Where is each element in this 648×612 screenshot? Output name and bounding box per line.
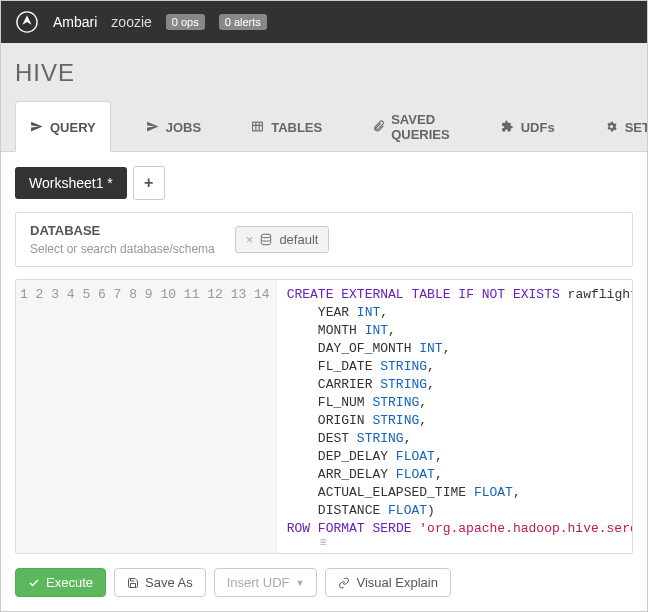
check-icon [28, 577, 40, 589]
page-header: HIVE QUERYJOBSTABLESSAVED QUERIESUDFsSET… [1, 43, 647, 152]
tab-label: JOBS [166, 120, 201, 135]
content-area: Worksheet1 * + DATABASE Select or search… [1, 152, 647, 611]
worksheet-tabs: Worksheet1 * + [15, 166, 633, 200]
visual-explain-button[interactable]: Visual Explain [325, 568, 450, 597]
send-icon [30, 120, 44, 134]
sql-editor[interactable]: 1 2 3 4 5 6 7 8 9 10 11 12 13 14 CREATE … [15, 279, 633, 554]
tab-jobs[interactable]: JOBS [131, 101, 216, 152]
alerts-badge[interactable]: 0 alerts [219, 14, 267, 30]
svg-point-5 [262, 234, 271, 238]
puzzle-icon [501, 120, 515, 134]
editor-toolbar: Execute Save As Insert UDF ▼ Visual Expl… [15, 554, 633, 597]
top-navbar: Ambari zoozie 0 ops 0 alerts [1, 1, 647, 43]
save-as-label: Save As [145, 575, 193, 590]
tab-udfs[interactable]: UDFs [486, 101, 570, 152]
close-icon[interactable]: × [246, 232, 254, 247]
editor-code[interactable]: CREATE EXTERNAL TABLE IF NOT EXISTS rawf… [277, 280, 632, 553]
send-icon [146, 120, 160, 134]
database-subtitle[interactable]: Select or search database/schema [30, 242, 215, 256]
add-worksheet-button[interactable]: + [133, 166, 165, 200]
editor-gutter: 1 2 3 4 5 6 7 8 9 10 11 12 13 14 [16, 280, 277, 553]
database-selected-tag[interactable]: × default [235, 226, 330, 253]
gear-icon [605, 120, 619, 134]
nav-tabs: QUERYJOBSTABLESSAVED QUERIESUDFsSETTINGS [15, 101, 633, 151]
execute-button[interactable]: Execute [15, 568, 106, 597]
ambari-logo-icon [15, 10, 39, 34]
worksheet-tab-active[interactable]: Worksheet1 * [15, 167, 127, 199]
nav-brand[interactable]: Ambari [53, 14, 97, 30]
table-icon [251, 120, 265, 134]
execute-label: Execute [46, 575, 93, 590]
database-panel: DATABASE Select or search database/schem… [15, 212, 633, 267]
insert-udf-label: Insert UDF [227, 575, 290, 590]
page-title: HIVE [15, 59, 633, 87]
tab-label: QUERY [50, 120, 96, 135]
svg-rect-1 [253, 122, 263, 131]
database-title: DATABASE [30, 223, 215, 238]
tab-tables[interactable]: TABLES [236, 101, 337, 152]
insert-udf-button[interactable]: Insert UDF ▼ [214, 568, 318, 597]
database-icon [259, 233, 273, 247]
link-icon [338, 577, 350, 589]
tab-saved-queries[interactable]: SAVED QUERIES [357, 101, 466, 152]
ops-badge[interactable]: 0 ops [166, 14, 205, 30]
paperclip-icon [372, 120, 385, 134]
tab-label: SAVED QUERIES [391, 112, 451, 142]
caret-down-icon: ▼ [296, 578, 305, 588]
save-icon [127, 577, 139, 589]
tab-query[interactable]: QUERY [15, 101, 111, 152]
tab-label: SETTINGS [625, 120, 648, 135]
tab-label: TABLES [271, 120, 322, 135]
visual-explain-label: Visual Explain [356, 575, 437, 590]
tab-label: UDFs [521, 120, 555, 135]
resize-grip-icon[interactable]: ≡ [16, 536, 632, 550]
save-as-button[interactable]: Save As [114, 568, 206, 597]
nav-cluster[interactable]: zoozie [111, 14, 151, 30]
tab-settings[interactable]: SETTINGS [590, 101, 648, 152]
database-selected-label: default [279, 232, 318, 247]
